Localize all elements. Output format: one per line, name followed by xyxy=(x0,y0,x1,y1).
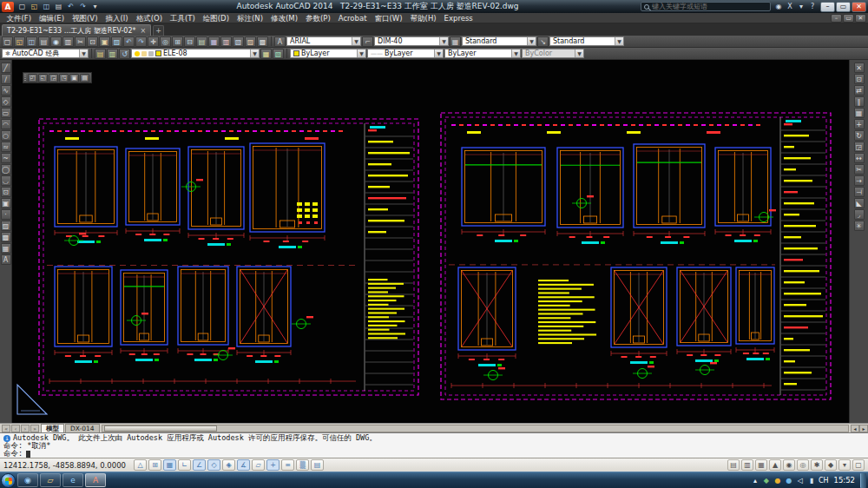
draw-order-toolbar[interactable]: ◰◱◲◳▣▤ xyxy=(23,72,92,83)
menubar-item-2[interactable]: 编辑(E) xyxy=(36,13,69,23)
drawing-canvas[interactable]: ◰◱◲◳▣▤ xyxy=(12,60,849,423)
pan-icon[interactable]: ✛ xyxy=(148,36,159,47)
taskbar-media-button[interactable]: ◉ xyxy=(17,473,38,487)
offset-tool-icon[interactable]: ∥ xyxy=(854,96,865,107)
taskbar-autocad-button[interactable]: A xyxy=(85,473,106,487)
point-tool-icon[interactable]: · xyxy=(1,209,11,220)
cut-icon[interactable]: ✂ xyxy=(75,36,86,47)
layout-nav-icon-3[interactable]: › xyxy=(21,425,30,432)
lineweight-combo[interactable]: ByLayer ▼ xyxy=(444,49,521,58)
qat-save-icon[interactable]: ◫ xyxy=(41,2,52,12)
menubar-item-1[interactable]: 文件(F) xyxy=(3,13,36,23)
text-style-icon[interactable]: A xyxy=(274,36,286,47)
zoom-window-icon[interactable]: ⊞ xyxy=(172,36,183,47)
command-prompt-line[interactable]: 命令: xyxy=(3,450,865,458)
save-icon[interactable]: ◫ xyxy=(26,36,37,47)
dropdown-arrow-icon[interactable]: ▼ xyxy=(615,37,623,45)
insert-block-tool-icon[interactable]: ⊡ xyxy=(1,187,11,197)
help-search-box[interactable] xyxy=(641,2,771,11)
restore-button[interactable]: ▭ xyxy=(836,2,851,12)
erase-tool-icon[interactable]: ✕ xyxy=(854,63,865,73)
ellipse-arc-tool-icon[interactable]: ◡ xyxy=(1,175,11,186)
publish-icon[interactable]: ▥ xyxy=(62,36,74,47)
explode-tool-icon[interactable]: ✳ xyxy=(854,221,865,231)
layout-tab[interactable]: 模型 xyxy=(41,424,64,432)
scroll-left-icon[interactable]: ◂ xyxy=(851,425,859,432)
dropdown-arrow-icon[interactable]: ▼ xyxy=(434,49,443,57)
dropdown-arrow-icon[interactable]: ▼ xyxy=(79,49,88,57)
array-tool-icon[interactable]: ▦ xyxy=(854,108,865,118)
region-tool-icon[interactable]: ▦ xyxy=(1,243,11,254)
bring-above-objects-icon[interactable]: ◲ xyxy=(49,74,58,82)
text-style-combo[interactable]: ARIAL ▼ xyxy=(286,36,361,46)
rotate-tool-icon[interactable]: ↻ xyxy=(854,130,865,141)
qat-open-icon[interactable]: ◱ xyxy=(29,2,40,12)
layer-properties-icon[interactable]: ▤ xyxy=(95,49,106,59)
mleader-style-icon[interactable]: ↘ xyxy=(537,36,549,47)
open-icon[interactable]: ◱ xyxy=(14,36,25,47)
hatch-tool-icon[interactable]: ▨ xyxy=(1,221,11,231)
new-tab-button[interactable]: + xyxy=(153,25,164,36)
construction-line-tool-icon[interactable]: ∕ xyxy=(1,74,11,84)
zoom-previous-icon[interactable]: ⊟ xyxy=(184,36,195,47)
search-input[interactable] xyxy=(652,3,767,10)
dim-style-combo[interactable]: DIM-40 ▼ xyxy=(374,36,449,46)
tray-network-icon[interactable]: ▮ xyxy=(807,477,816,485)
layout-nav-icon-1[interactable]: « xyxy=(2,425,10,432)
scroll-right-icon[interactable]: ▸ xyxy=(859,425,868,432)
annotation-visibility-icon[interactable]: ◉ xyxy=(783,459,795,471)
undo-icon[interactable]: ↶ xyxy=(123,36,135,47)
horizontal-scrollbar[interactable] xyxy=(102,425,849,432)
line-tool-icon[interactable]: ╱ xyxy=(1,63,11,73)
layer-freeze-icon[interactable] xyxy=(141,51,147,56)
qat-plot-icon[interactable]: ▤ xyxy=(53,2,64,12)
3d-object-snap-toggle[interactable]: ◈ xyxy=(222,459,235,471)
table-style-combo[interactable]: Standard ▼ xyxy=(462,36,536,46)
annotation-scale-button[interactable]: ▲ xyxy=(769,459,781,471)
rectangle-tool-icon[interactable]: ▭ xyxy=(1,108,11,118)
revision-cloud-tool-icon[interactable]: ≈ xyxy=(1,142,11,152)
tab-close-icon[interactable]: × xyxy=(141,27,147,35)
help-icon[interactable]: ? xyxy=(807,2,818,11)
minimize-button[interactable]: – xyxy=(831,14,842,23)
dropdown-arrow-icon[interactable]: ▼ xyxy=(439,37,448,45)
model-space-button[interactable]: ▤ xyxy=(727,459,740,471)
circle-tool-icon[interactable]: ○ xyxy=(1,130,11,141)
plot-preview-icon[interactable]: ◉ xyxy=(50,36,62,47)
snap-mode-toggle[interactable]: ⊞ xyxy=(148,459,161,471)
multiline-text-tool-icon[interactable]: A xyxy=(1,254,11,265)
grid-display-toggle[interactable]: ▦ xyxy=(163,459,176,471)
document-tab[interactable]: T2-29-E31~E33 ...工人房 塑造REV-02* × xyxy=(2,24,151,36)
arc-tool-icon[interactable]: ◠ xyxy=(1,119,11,129)
quick-properties-toggle[interactable]: ▤ xyxy=(311,459,324,471)
menubar-item-10[interactable]: 参数(P) xyxy=(301,13,334,23)
stretch-tool-icon[interactable]: ↔ xyxy=(854,153,865,163)
mleader-style-combo[interactable]: Standard ▼ xyxy=(549,36,624,46)
linetype-combo[interactable]: —— ByLayer ▼ xyxy=(367,49,444,58)
layer-states-icon[interactable]: ▥ xyxy=(107,49,118,59)
infer-constraints-toggle[interactable]: △ xyxy=(134,459,147,471)
clean-screen-icon[interactable]: ▢ xyxy=(852,459,865,471)
text-to-front-icon[interactable]: ▣ xyxy=(69,74,79,82)
dynamic-input-toggle[interactable]: + xyxy=(266,459,279,471)
qat-new-icon[interactable]: ▢ xyxy=(16,2,28,12)
hatch-to-back-icon[interactable]: ▤ xyxy=(80,74,89,82)
menubar-item-13[interactable]: 帮助(H) xyxy=(406,13,440,23)
dropdown-arrow-icon[interactable]: ▼ xyxy=(352,37,360,45)
exchange-apps-icon[interactable]: X xyxy=(785,2,795,11)
layer-combo[interactable]: ELE-08 ▼ xyxy=(131,49,260,58)
menubar-item-11[interactable]: Acrobat xyxy=(334,13,371,23)
quick-view-layouts-icon[interactable]: ▥ xyxy=(741,459,753,471)
zoom-realtime-icon[interactable]: ◎ xyxy=(160,36,171,47)
dropdown-arrow-icon[interactable]: ▼ xyxy=(527,37,536,45)
auto-annotation-scale-icon[interactable]: ◎ xyxy=(797,459,809,471)
layer-lock-icon[interactable] xyxy=(148,51,154,56)
dropdown-arrow-icon[interactable]: ▼ xyxy=(250,49,259,57)
extend-tool-icon[interactable]: → xyxy=(854,175,865,186)
menubar-item-5[interactable]: 格式(O) xyxy=(132,13,166,23)
dropdown-arrow-icon[interactable]: ▼ xyxy=(511,49,520,57)
transparency-toggle[interactable]: ▒ xyxy=(296,459,309,471)
taskbar-ie-button[interactable]: e xyxy=(62,473,83,487)
show-desktop-button[interactable] xyxy=(860,473,866,488)
designcenter-icon[interactable]: ▦ xyxy=(208,36,220,47)
